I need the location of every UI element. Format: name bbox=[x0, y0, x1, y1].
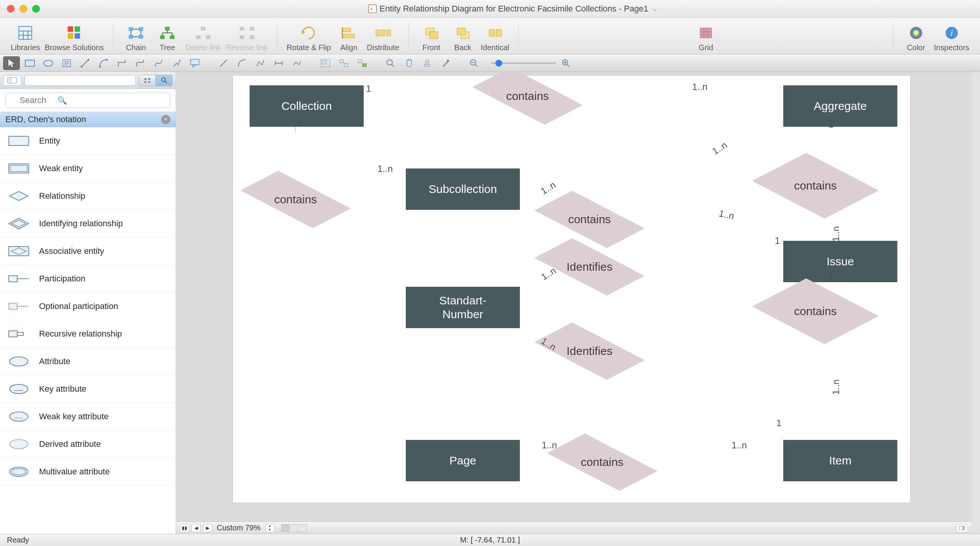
zoom-stepper[interactable]: ▲▼ bbox=[265, 524, 274, 532]
sidebar-item-key-attribute[interactable]: Key attribute bbox=[0, 375, 176, 403]
view-mode-1-button[interactable] bbox=[281, 524, 290, 532]
sidebar-grid-view-button[interactable] bbox=[139, 75, 156, 86]
chain-button[interactable]: Chain bbox=[122, 20, 149, 52]
prev-button[interactable]: ◀ bbox=[191, 524, 201, 532]
zoom-slider[interactable] bbox=[491, 62, 556, 64]
relationship-contains-6[interactable]: contains bbox=[551, 435, 653, 489]
sidebar-item-attribute[interactable]: Attribute bbox=[0, 348, 176, 375]
callout-tool-button[interactable] bbox=[187, 56, 204, 70]
delete-link-button[interactable]: Delete link bbox=[185, 20, 221, 52]
zoom-out-button[interactable] bbox=[466, 56, 482, 70]
connector-spline-button[interactable] bbox=[168, 56, 185, 70]
connector-arc-button[interactable] bbox=[95, 56, 112, 70]
libraries-button[interactable]: Libraries bbox=[11, 20, 40, 52]
group-button[interactable] bbox=[317, 56, 334, 70]
zoom-to-fit-button[interactable] bbox=[382, 56, 399, 70]
entity-aggregate[interactable]: Aggregate bbox=[783, 85, 897, 127]
entity-item[interactable]: Item bbox=[783, 440, 897, 481]
arc-tool-button[interactable] bbox=[234, 56, 250, 70]
ellipse-tool-button[interactable] bbox=[40, 56, 57, 70]
stamp-tool-button[interactable] bbox=[419, 56, 436, 70]
ungroup-button[interactable] bbox=[335, 56, 352, 70]
selection-tool-button[interactable] bbox=[3, 56, 20, 70]
grid-button[interactable]: Grid bbox=[693, 20, 719, 52]
minimize-window-button[interactable] bbox=[20, 5, 27, 13]
entity-collection[interactable]: Collection bbox=[250, 85, 364, 127]
hand-tool-button[interactable] bbox=[400, 56, 417, 70]
zoom-slider-track[interactable] bbox=[491, 62, 556, 64]
canvas-scroll[interactable]: Collection Aggregate Subcollection Issue… bbox=[176, 72, 972, 521]
entity-page[interactable]: Page bbox=[406, 440, 520, 481]
connector-direct-button[interactable] bbox=[77, 56, 93, 70]
canvas-bottom-bar: ▮▮ ◀ ▶ Custom 79% ▲▼ bbox=[176, 521, 972, 534]
search-input[interactable] bbox=[5, 93, 170, 108]
rotate-flip-button[interactable]: Rotate & Flip bbox=[287, 20, 331, 52]
rotate-flip-icon bbox=[301, 25, 317, 41]
eyedropper-tool-button[interactable] bbox=[437, 56, 454, 70]
entity-standart-number[interactable]: Standart- Number bbox=[406, 287, 520, 328]
sidebar-collapse-button[interactable] bbox=[3, 75, 21, 86]
view-mode-3-button[interactable] bbox=[298, 524, 307, 532]
svg-rect-81 bbox=[447, 60, 449, 62]
close-icon[interactable]: ✕ bbox=[161, 115, 170, 124]
view-mode-2-button[interactable] bbox=[290, 524, 298, 532]
pause-button[interactable]: ▮▮ bbox=[180, 524, 189, 532]
sidebar-item-relationship[interactable]: Relationship bbox=[0, 182, 176, 210]
identical-button[interactable]: Identical bbox=[481, 20, 510, 52]
lock-button[interactable] bbox=[354, 56, 371, 70]
browse-solutions-button[interactable]: Browse Solutions bbox=[45, 20, 104, 52]
sidebar-section-header[interactable]: ERD, Chen's notation ✕ bbox=[0, 112, 176, 127]
sidebar-item-associative-entity[interactable]: Associative entity bbox=[0, 237, 176, 265]
sidebar-item-identifying-relationship[interactable]: Identifying relationship bbox=[0, 210, 176, 237]
relationship-contains-5[interactable]: contains bbox=[764, 273, 867, 350]
spline-tool-button[interactable] bbox=[252, 56, 269, 70]
relationship-contains-3[interactable]: contains bbox=[538, 193, 641, 246]
connector-round-button[interactable] bbox=[132, 56, 149, 70]
relationship-label: contains bbox=[794, 179, 837, 192]
zoom-window-button[interactable] bbox=[32, 5, 40, 13]
relationship-identifies-1[interactable]: Identifies bbox=[538, 240, 641, 294]
connector-bezier-button[interactable] bbox=[150, 56, 167, 70]
text-tool-button[interactable] bbox=[58, 56, 75, 70]
entity-subcollection[interactable]: Subcollection bbox=[406, 168, 520, 210]
rectangle-tool-button[interactable] bbox=[21, 56, 38, 70]
tree-button[interactable]: Tree bbox=[154, 20, 181, 52]
sidebar-item-optional-participation[interactable]: Optional participation bbox=[0, 293, 176, 320]
sidebar-item-multivalue-attribute[interactable]: Multivalue attribute bbox=[0, 458, 176, 486]
sidebar-item-participation[interactable]: Participation bbox=[0, 265, 176, 293]
relationship-contains-4[interactable]: contains bbox=[764, 147, 867, 224]
canvas-corner-button[interactable] bbox=[956, 524, 968, 532]
sidebar-mini-input[interactable] bbox=[24, 75, 136, 86]
color-button[interactable]: Color bbox=[903, 20, 929, 52]
zoom-slider-thumb[interactable] bbox=[495, 60, 502, 67]
vertical-scrollbar[interactable] bbox=[972, 72, 980, 534]
relationship-contains-1[interactable]: contains bbox=[476, 72, 579, 123]
statusbar: Ready M: [ -7.64, 71.01 ] bbox=[0, 534, 980, 546]
sidebar-item-recursive-relationship[interactable]: Recursive relationship bbox=[0, 320, 176, 348]
line-tool-button[interactable] bbox=[215, 56, 232, 70]
sidebar-item-entity[interactable]: Entity bbox=[0, 127, 176, 155]
next-button[interactable]: ▶ bbox=[203, 524, 212, 532]
reverse-link-button[interactable]: Reverse link bbox=[226, 20, 268, 52]
zoom-in-button[interactable] bbox=[557, 56, 574, 70]
relationship-contains-2[interactable]: contains bbox=[244, 173, 347, 226]
freeform-tool-button[interactable] bbox=[289, 56, 305, 70]
close-window-button[interactable] bbox=[7, 5, 15, 13]
relationship-identifies-2[interactable]: Identifies bbox=[538, 324, 641, 378]
inspectors-button[interactable]: i Inspectors bbox=[934, 20, 969, 52]
sidebar-search-view-button[interactable] bbox=[156, 75, 173, 86]
sidebar-item-label: Recursive relationship bbox=[39, 329, 122, 339]
entity-icon bbox=[7, 133, 31, 149]
front-button[interactable]: Front bbox=[418, 20, 445, 52]
dimension-tool-button[interactable] bbox=[270, 56, 287, 70]
back-button[interactable]: Back bbox=[449, 20, 476, 52]
sidebar-item-weak-key-attribute[interactable]: Weak key attribute bbox=[0, 403, 176, 430]
distribute-button[interactable]: Distribute bbox=[367, 20, 399, 52]
canvas[interactable]: Collection Aggregate Subcollection Issue… bbox=[232, 75, 911, 503]
sidebar-item-weak-entity[interactable]: Weak entity bbox=[0, 155, 176, 182]
svg-point-54 bbox=[44, 60, 53, 66]
align-button[interactable]: Align bbox=[335, 20, 362, 52]
sidebar-item-derived-attribute[interactable]: Derived attribute bbox=[0, 430, 176, 458]
connector-smart-button[interactable] bbox=[113, 56, 130, 70]
titlebar-title[interactable]: Entity Relationship Diagram for Electron… bbox=[52, 4, 973, 14]
